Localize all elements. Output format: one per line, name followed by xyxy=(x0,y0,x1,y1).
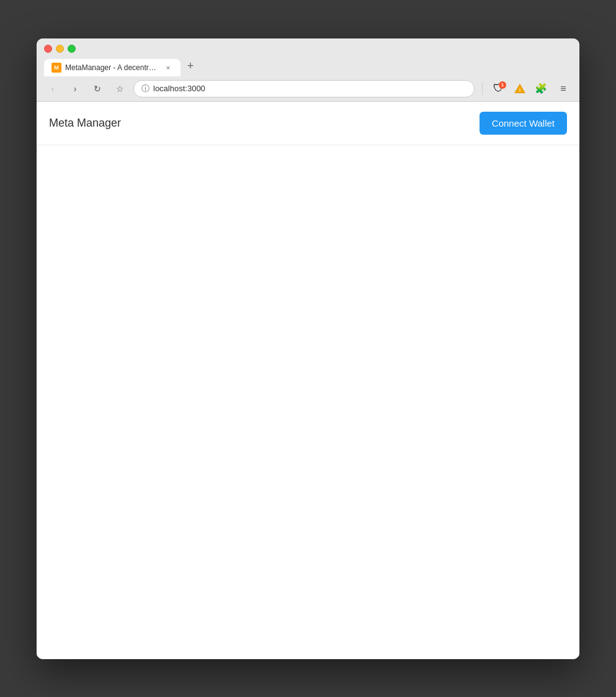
svg-text:!: ! xyxy=(519,88,521,93)
back-button[interactable]: ‹ xyxy=(44,80,61,97)
traffic-lights-row xyxy=(44,45,572,53)
bookmark-icon: ☆ xyxy=(116,84,124,94)
extensions-icon: 🧩 xyxy=(535,83,547,94)
new-tab-button[interactable]: + xyxy=(182,58,199,75)
address-text: localhost:3000 xyxy=(153,84,466,93)
tabs-row: M MetaManager - A decentralised × + xyxy=(44,58,572,76)
app-header: Meta Manager Connect Wallet xyxy=(37,102,579,145)
maximize-traffic-light[interactable] xyxy=(68,45,76,53)
minimize-traffic-light[interactable] xyxy=(56,45,64,53)
bookmark-button[interactable]: ☆ xyxy=(111,80,128,97)
security-icon: ⓘ xyxy=(141,83,150,94)
title-bar: M MetaManager - A decentralised × + xyxy=(37,38,579,76)
page-body xyxy=(37,145,579,518)
nav-divider xyxy=(482,83,483,95)
tab-favicon: M xyxy=(51,63,61,73)
page-content: Meta Manager Connect Wallet xyxy=(37,102,579,659)
brave-shield-button[interactable]: 🛡 1 xyxy=(490,80,507,97)
shield-badge: 1 xyxy=(499,81,506,89)
tab-title: MetaManager - A decentralised xyxy=(65,63,159,72)
tab-close-button[interactable]: × xyxy=(163,63,173,73)
reload-button[interactable]: ↻ xyxy=(89,80,106,97)
forward-button[interactable]: › xyxy=(66,80,84,97)
app-title: Meta Manager xyxy=(49,117,121,130)
menu-icon: ≡ xyxy=(560,83,566,94)
forward-icon: › xyxy=(74,84,77,94)
extensions-button[interactable]: 🧩 xyxy=(532,80,550,97)
address-bar[interactable]: ⓘ localhost:3000 xyxy=(133,80,475,97)
back-icon: ‹ xyxy=(51,84,55,94)
close-traffic-light[interactable] xyxy=(44,45,52,53)
reload-icon: ↻ xyxy=(94,84,101,94)
triangle-icon[interactable]: ! xyxy=(512,81,527,96)
connect-wallet-button[interactable]: Connect Wallet xyxy=(480,112,567,135)
menu-button[interactable]: ≡ xyxy=(555,80,572,97)
browser-window: M MetaManager - A decentralised × + ‹ › … xyxy=(37,38,579,659)
browser-tab[interactable]: M MetaManager - A decentralised × xyxy=(44,59,181,76)
nav-bar: ‹ › ↻ ☆ ⓘ localhost:3000 🛡 1 ! 🧩 xyxy=(37,76,579,102)
